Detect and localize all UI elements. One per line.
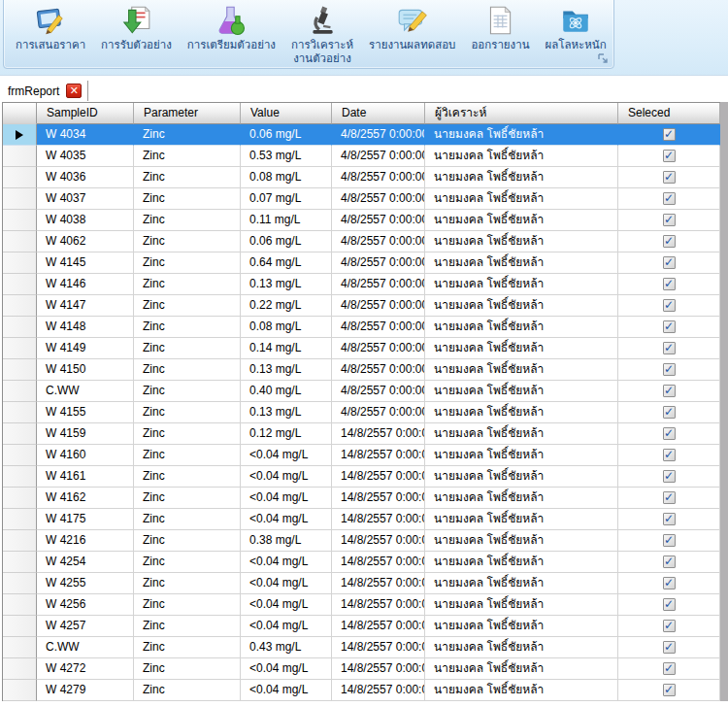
cell-analyst[interactable]: นายมงคล โพธิ์ชัยหล้า (425, 402, 618, 423)
cell-value[interactable]: <0.04 mg/L (241, 445, 332, 466)
table-row[interactable]: W 4216Zinc0.38 mg/L14/8/2557 0:00:00นายม… (3, 530, 720, 552)
table-row[interactable]: W 4160Zinc<0.04 mg/L14/8/2557 0:00:00นาย… (3, 445, 720, 466)
row-header-cell[interactable] (3, 317, 37, 338)
selected-checkbox[interactable]: ✓ (663, 556, 676, 568)
cell-value[interactable]: 0.38 mg/L (241, 530, 332, 552)
cell-parameter[interactable]: Zinc (134, 317, 241, 338)
cell-analyst[interactable]: นายมงคล โพธิ์ชัยหล้า (425, 146, 618, 167)
cell-sample-id[interactable]: W 4279 (37, 680, 134, 701)
cell-parameter[interactable]: Zinc (134, 552, 241, 573)
cell-parameter[interactable]: Zinc (134, 274, 241, 295)
cell-analyst[interactable]: นายมงคล โพธิ์ชัยหล้า (425, 381, 618, 402)
cell-sample-id[interactable]: W 4162 (37, 488, 134, 509)
selected-checkbox[interactable]: ✓ (663, 235, 676, 248)
row-header-cell[interactable] (3, 146, 37, 167)
row-header-cell[interactable] (3, 124, 37, 146)
cell-sample-id[interactable]: W 4272 (37, 658, 134, 680)
cell-sample-id[interactable]: W 4254 (37, 552, 134, 573)
selected-checkbox[interactable]: ✓ (663, 470, 676, 483)
cell-parameter[interactable]: Zinc (134, 616, 241, 637)
cell-analyst[interactable]: นายมงคล โพธิ์ชัยหล้า (425, 188, 618, 210)
cell-value[interactable]: 0.06 mg/L (241, 124, 332, 146)
cell-value[interactable]: <0.04 mg/L (241, 552, 332, 573)
row-header-cell[interactable] (3, 466, 37, 488)
cell-analyst[interactable]: นายมงคล โพธิ์ชัยหล้า (425, 295, 618, 317)
row-header-cell[interactable] (3, 295, 37, 317)
cell-analyst[interactable]: นายมงคล โพธิ์ชัยหล้า (425, 573, 618, 594)
selected-checkbox[interactable]: ✓ (663, 385, 676, 397)
cell-date[interactable]: 4/8/2557 0:00:00 (332, 274, 425, 295)
selected-checkbox[interactable]: ✓ (663, 577, 676, 589)
cell-sample-id[interactable]: W 4036 (37, 167, 134, 188)
cell-date[interactable]: 14/8/2557 0:00:00 (332, 488, 425, 509)
cell-parameter[interactable]: Zinc (134, 252, 241, 274)
selected-checkbox[interactable]: ✓ (663, 363, 676, 376)
cell-sample-id[interactable]: W 4150 (37, 359, 134, 381)
table-row[interactable]: W 4034Zinc0.06 mg/L4/8/2557 0:00:00นายมง… (3, 124, 720, 146)
cell-parameter[interactable]: Zinc (134, 445, 241, 466)
quotation-button[interactable]: การเสนอราคา (8, 1, 93, 53)
cell-value[interactable]: 0.14 mg/L (241, 338, 332, 359)
selected-checkbox[interactable]: ✓ (663, 128, 676, 141)
selected-checkbox[interactable]: ✓ (663, 406, 676, 419)
cell-sample-id[interactable]: C.WW (37, 381, 134, 402)
cell-analyst[interactable]: นายมงคล โพธิ์ชัยหล้า (425, 231, 618, 252)
selected-checkbox[interactable]: ✓ (663, 256, 676, 269)
cell-parameter[interactable]: Zinc (134, 637, 241, 658)
cell-value[interactable]: 0.06 mg/L (241, 231, 332, 252)
cell-analyst[interactable]: นายมงคล โพธิ์ชัยหล้า (425, 338, 618, 359)
cell-sample-id[interactable]: W 4145 (37, 252, 134, 274)
cell-parameter[interactable]: Zinc (134, 658, 241, 680)
cell-analyst[interactable]: นายมงคล โพธิ์ชัยหล้า (425, 359, 618, 381)
selected-checkbox[interactable]: ✓ (663, 299, 676, 312)
row-header-cell[interactable] (3, 210, 37, 231)
cell-value[interactable]: <0.04 mg/L (241, 616, 332, 637)
selected-checkbox[interactable]: ✓ (663, 641, 676, 654)
cell-value[interactable]: 0.12 mg/L (241, 423, 332, 445)
cell-date[interactable]: 4/8/2557 0:00:00 (332, 146, 425, 167)
cell-date[interactable]: 4/8/2557 0:00:00 (332, 402, 425, 423)
selected-checkbox[interactable]: ✓ (663, 513, 676, 525)
cell-value[interactable]: 0.08 mg/L (241, 167, 332, 188)
cell-parameter[interactable]: Zinc (134, 210, 241, 231)
table-row[interactable]: W 4146Zinc0.13 mg/L4/8/2557 0:00:00นายมง… (3, 274, 720, 295)
table-row[interactable]: W 4162Zinc<0.04 mg/L14/8/2557 0:00:00นาย… (3, 488, 720, 509)
table-row[interactable]: W 4155Zinc0.13 mg/L4/8/2557 0:00:00นายมง… (3, 402, 720, 423)
table-row[interactable]: C.WWZinc0.43 mg/L14/8/2557 0:00:00นายมงค… (3, 637, 720, 658)
row-header-cell[interactable] (3, 274, 37, 295)
cell-date[interactable]: 4/8/2557 0:00:00 (332, 167, 425, 188)
cell-date[interactable]: 4/8/2557 0:00:00 (332, 338, 425, 359)
cell-date[interactable]: 14/8/2557 0:00:00 (332, 509, 425, 530)
cell-sample-id[interactable]: W 4034 (37, 124, 134, 146)
cell-value[interactable]: <0.04 mg/L (241, 573, 332, 594)
cell-parameter[interactable]: Zinc (134, 594, 241, 616)
cell-parameter[interactable]: Zinc (134, 188, 241, 210)
table-row[interactable]: W 4159Zinc0.12 mg/L14/8/2557 0:00:00นายม… (3, 423, 720, 445)
row-header-cell[interactable] (3, 552, 37, 573)
table-row[interactable]: W 4062Zinc0.06 mg/L4/8/2557 0:00:00นายมง… (3, 231, 720, 252)
vertical-scrollbar-track[interactable] (720, 102, 728, 701)
cell-analyst[interactable]: นายมงคล โพธิ์ชัยหล้า (425, 658, 618, 680)
cell-parameter[interactable]: Zinc (134, 124, 241, 146)
row-header-cell[interactable] (3, 658, 37, 680)
tab-frmreport[interactable]: frmReport ✕ (2, 81, 88, 101)
cell-parameter[interactable]: Zinc (134, 231, 241, 252)
cell-date[interactable]: 4/8/2557 0:00:00 (332, 295, 425, 317)
cell-date[interactable]: 14/8/2557 0:00:00 (332, 637, 425, 658)
table-row[interactable]: W 4161Zinc<0.04 mg/L14/8/2557 0:00:00นาย… (3, 466, 720, 488)
cell-parameter[interactable]: Zinc (134, 509, 241, 530)
cell-date[interactable]: 14/8/2557 0:00:00 (332, 552, 425, 573)
cell-analyst[interactable]: นายมงคล โพธิ์ชัยหล้า (425, 552, 618, 573)
cell-sample-id[interactable]: W 4155 (37, 402, 134, 423)
table-row[interactable]: W 4272Zinc<0.04 mg/L14/8/2557 0:00:00นาย… (3, 658, 720, 680)
cell-value[interactable]: 0.53 mg/L (241, 146, 332, 167)
column-header-date[interactable]: Date (332, 103, 425, 124)
cell-date[interactable]: 4/8/2557 0:00:00 (332, 317, 425, 338)
row-header-cell[interactable] (3, 423, 37, 445)
table-row[interactable]: W 4279Zinc<0.04 mg/L14/8/2557 0:00:00นาย… (3, 680, 720, 701)
cell-sample-id[interactable]: W 4062 (37, 231, 134, 252)
analyze-sample-button[interactable]: การวิเคราะห์ งานตัวอย่าง (283, 1, 361, 67)
cell-value[interactable]: 0.07 mg/L (241, 188, 332, 210)
table-row[interactable]: W 4149Zinc0.14 mg/L4/8/2557 0:00:00นายมง… (3, 338, 720, 359)
cell-parameter[interactable]: Zinc (134, 338, 241, 359)
